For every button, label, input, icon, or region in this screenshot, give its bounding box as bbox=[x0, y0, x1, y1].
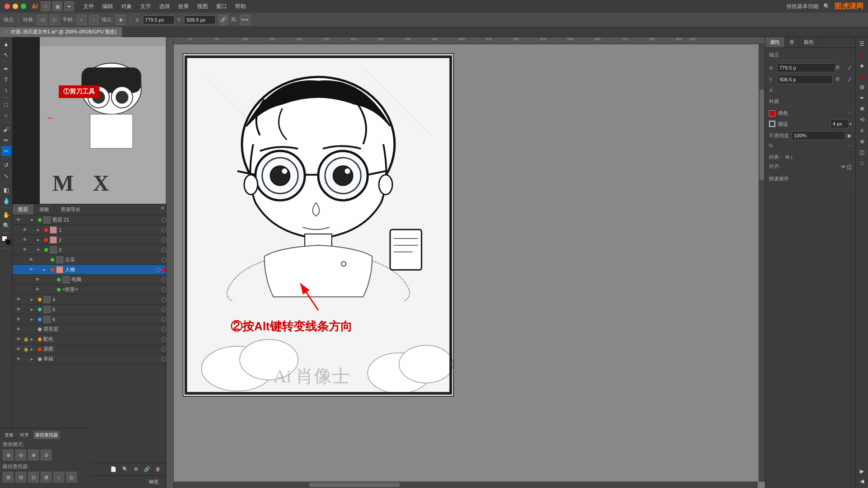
unite-btn[interactable]: ⊕ bbox=[3, 450, 14, 460]
expand-icon[interactable]: ⟺ bbox=[240, 15, 250, 25]
h-scroll-thumb[interactable] bbox=[309, 483, 400, 487]
gradient-tool[interactable]: ◧ bbox=[1, 185, 11, 195]
canvas-area[interactable]: 10 50 100 150 200 250 300 350 400 440 48… bbox=[166, 37, 765, 488]
direct-select-tool[interactable]: ↖ bbox=[1, 50, 11, 60]
ellipse-tool[interactable]: ○ bbox=[1, 110, 11, 120]
layer-item[interactable]: 👁 ▸ 1 bbox=[13, 225, 166, 235]
anchor-edit-btn[interactable]: ✏ bbox=[841, 164, 846, 170]
anchor-btn[interactable]: ◈ bbox=[116, 15, 126, 25]
selection-tool[interactable]: ▲ bbox=[1, 39, 11, 49]
fill-swatch[interactable] bbox=[769, 110, 775, 117]
layer-item[interactable]: 👁 ▸ 5 bbox=[13, 305, 166, 314]
zoom-tool[interactable]: 🔍 bbox=[1, 221, 11, 230]
menu-effect[interactable]: 效果 bbox=[175, 2, 193, 11]
pathfinder-icon[interactable]: ⊕ bbox=[857, 136, 867, 146]
align-tab[interactable]: 对齐 bbox=[18, 431, 31, 439]
convert-btn1[interactable]: ◁ bbox=[37, 15, 47, 25]
convert-btn2[interactable]: ▷ bbox=[50, 15, 60, 25]
layer-item[interactable]: 👁 ▸ 4 bbox=[13, 295, 166, 305]
tab-document[interactable]: × 封面-演示源文件1.ai* @ 200% (RGB/GPU 预览) bbox=[0, 27, 123, 37]
search-layer-btn[interactable]: 🔍 bbox=[120, 465, 130, 473]
layer-item[interactable]: 👁 ▾ 图层 21 bbox=[13, 215, 166, 225]
link-icon[interactable]: 🔗 bbox=[218, 15, 228, 25]
line-tool[interactable]: \ bbox=[1, 85, 11, 95]
visibility-toggle[interactable]: 👁 bbox=[15, 336, 22, 343]
menu-edit[interactable]: 编辑 bbox=[99, 2, 117, 11]
workspace-selector[interactable]: 传统基本功能 bbox=[786, 3, 819, 10]
layer-item[interactable]: 👁 电脑 bbox=[13, 275, 166, 285]
x-property-input[interactable] bbox=[777, 63, 835, 72]
vertical-scrollbar[interactable] bbox=[759, 44, 765, 482]
hand-btn2[interactable]: ◦ bbox=[89, 15, 99, 25]
align-icon[interactable]: ≡ bbox=[857, 126, 867, 136]
layer-item[interactable]: 👁 🔒 ▸ 原图 bbox=[13, 344, 166, 354]
v-scroll-thumb[interactable] bbox=[760, 89, 764, 180]
expand-toggle[interactable]: ▸ bbox=[37, 237, 42, 242]
tab-color[interactable]: 颜色 bbox=[799, 37, 819, 47]
minimize-button[interactable] bbox=[13, 4, 18, 9]
a-text-icon[interactable]: A bbox=[857, 50, 867, 60]
pen-tool[interactable]: ✒ bbox=[1, 64, 11, 74]
visibility-toggle[interactable]: 👁 bbox=[28, 267, 34, 273]
minus-back-btn[interactable]: ◎ bbox=[66, 472, 77, 483]
layer-item[interactable]: 👁 ▾ 3 bbox=[13, 245, 166, 255]
brush-tool[interactable]: 🖌 bbox=[1, 124, 11, 134]
maximize-button[interactable] bbox=[21, 4, 26, 9]
fx-more-btn[interactable]: ··· bbox=[848, 143, 852, 148]
visibility-toggle[interactable]: 👁 bbox=[15, 296, 22, 303]
visibility-toggle[interactable]: 👁 bbox=[15, 316, 22, 323]
visibility-toggle[interactable]: 👁 bbox=[22, 237, 28, 243]
divide-btn[interactable]: ⊞ bbox=[3, 472, 14, 483]
close-button[interactable] bbox=[5, 4, 10, 9]
library-icon[interactable]: ◈ bbox=[857, 61, 867, 70]
properties-icon[interactable]: ☰ bbox=[857, 39, 867, 49]
canvas-content[interactable]: Ai 肖像士 ②按Alt键转变线条方向 bbox=[174, 44, 765, 481]
stroke-swatch[interactable] bbox=[769, 121, 775, 127]
collapse-icon[interactable]: ◀ bbox=[857, 476, 867, 486]
y-property-input[interactable] bbox=[777, 75, 833, 84]
tab-asset-export[interactable]: 资源导出 bbox=[55, 204, 86, 215]
scale-tool[interactable]: ⤡ bbox=[1, 171, 11, 181]
crop-btn[interactable]: ⊠ bbox=[41, 472, 52, 483]
layer-item[interactable]: 👁 ▸ 6 bbox=[13, 314, 166, 324]
trim-btn[interactable]: ⊟ bbox=[15, 472, 26, 483]
merge-btn[interactable]: ⊡ bbox=[28, 472, 39, 483]
pathfinder-tab[interactable]: 路径查找器 bbox=[33, 431, 60, 439]
new-layer-btn[interactable]: 📄 bbox=[108, 465, 118, 473]
menu-help[interactable]: 帮助 bbox=[231, 2, 250, 11]
expand-toggle[interactable]: ▸ bbox=[31, 347, 36, 352]
visibility-toggle[interactable]: 👁 bbox=[15, 217, 22, 223]
expand-toggle[interactable]: ▸ bbox=[31, 307, 36, 312]
layer-item[interactable]: 👁 背景层 bbox=[13, 324, 166, 334]
stroke-width-input[interactable] bbox=[830, 119, 849, 128]
expand-icon[interactable]: ▶ bbox=[857, 466, 867, 476]
expand-toggle[interactable]: ▸ bbox=[37, 227, 42, 232]
rotate-tool[interactable]: ↺ bbox=[1, 160, 11, 170]
opacity-input[interactable] bbox=[792, 131, 845, 140]
horizontal-scrollbar[interactable] bbox=[174, 482, 758, 488]
new-doc-icon[interactable]: □ bbox=[41, 1, 51, 11]
expand-toggle[interactable]: ▸ bbox=[43, 267, 49, 272]
layer-item[interactable]: 👁 🔒 ▸ 配色 bbox=[13, 334, 166, 344]
color-icon[interactable]: ◑ bbox=[857, 71, 867, 81]
expand-toggle[interactable]: ▸ bbox=[31, 337, 36, 342]
brush-panel-icon[interactable]: ✒ bbox=[857, 93, 867, 103]
transform-icon[interactable]: ⟲ bbox=[857, 115, 867, 125]
layers-icon[interactable]: ◫ bbox=[857, 147, 867, 157]
layer-item-renwu[interactable]: 👁 ▸ 人物 bbox=[13, 265, 166, 275]
x-input[interactable] bbox=[143, 15, 175, 24]
fill-option-btn[interactable]: ··· bbox=[848, 111, 852, 116]
fill-stroke-swatch[interactable] bbox=[1, 235, 11, 245]
layer-panel-close[interactable]: ≡ bbox=[160, 204, 166, 215]
swatches-icon[interactable]: ⊞ bbox=[857, 82, 867, 92]
visibility-toggle[interactable]: 👁 bbox=[22, 247, 28, 253]
opacity-expand[interactable]: ▶ bbox=[848, 132, 852, 139]
menu-window[interactable]: 窗口 bbox=[212, 2, 231, 11]
delete-layer-btn[interactable]: 🗑 bbox=[154, 465, 162, 473]
pen-icon[interactable]: ✒ bbox=[64, 1, 74, 11]
tab-properties[interactable]: 属性 bbox=[765, 37, 785, 47]
outline-btn[interactable]: ○ bbox=[53, 472, 64, 483]
intersect-btn[interactable]: ⊗ bbox=[28, 450, 39, 460]
transform-tab[interactable]: 变换 bbox=[3, 431, 15, 439]
expand-toggle[interactable]: ▸ bbox=[31, 317, 36, 322]
